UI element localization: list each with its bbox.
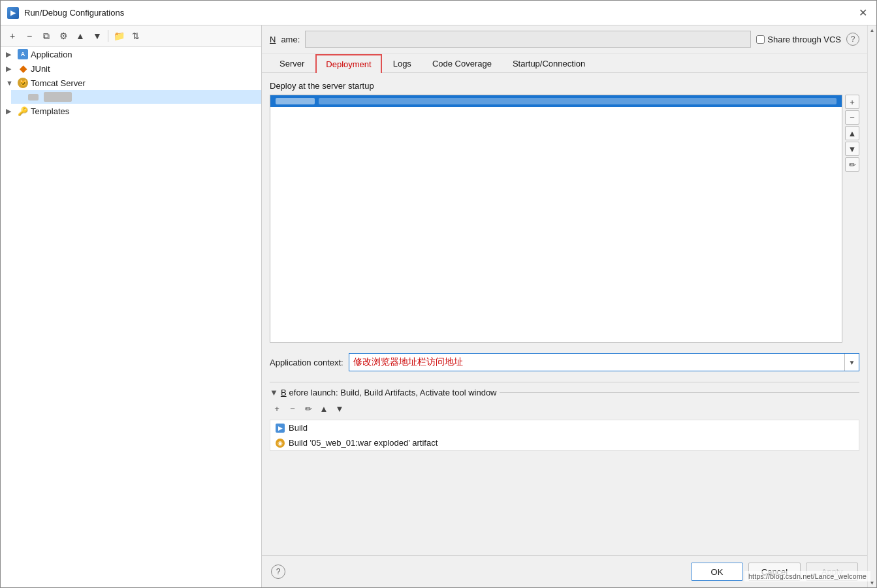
dropdown-arrow-icon[interactable]: ▼: [844, 354, 859, 371]
before-launch-artifact-item[interactable]: ◉ Build '05_web_01:war exploded' artifac…: [270, 435, 859, 450]
before-launch-edit-button[interactable]: ✏: [301, 401, 315, 416]
scroll-up-button[interactable]: ▲: [868, 25, 877, 35]
bottom-bar-left: ?: [271, 565, 686, 579]
deploy-section-label: Deploy at the server startup: [270, 81, 859, 91]
before-launch-up-button[interactable]: ▲: [317, 401, 331, 416]
junit-icon: ◆: [18, 63, 28, 74]
before-launch-title-underline: B: [281, 388, 287, 397]
tab-deployment[interactable]: Deployment: [315, 54, 381, 73]
chevron-right-icon2: ▶: [6, 65, 15, 73]
sidebar-item-templates[interactable]: ▶ 🔑 Templates: [1, 104, 261, 118]
sidebar: + − ⧉ ⚙ ▲ ▼ 📁 ⇅ ▶ A Application ▶ ◆: [1, 25, 262, 587]
deploy-down-button[interactable]: ▼: [845, 142, 859, 156]
help-button[interactable]: ?: [846, 33, 859, 46]
tab-content-deployment: Deploy at the server startup + −: [262, 73, 867, 555]
templates-label: Templates: [31, 106, 69, 116]
title-bar: ▶ Run/Debug Configurations ✕: [1, 1, 876, 25]
name-label: N: [270, 35, 276, 44]
before-launch-divider: [500, 392, 860, 393]
before-launch-build-item[interactable]: ▶ Build: [270, 420, 859, 435]
build-icon: ▶: [276, 424, 285, 433]
share-vcs-label: Share through VCS: [767, 35, 841, 44]
application-icon: A: [18, 49, 28, 59]
deploy-up-button[interactable]: ▲: [845, 126, 859, 140]
dialog-title: Run/Debug Configurations: [24, 8, 124, 18]
artifact-label: Build '05_web_01:war exploded' artifact: [289, 438, 438, 448]
app-context-row: Application context: ▼: [270, 349, 859, 375]
name-row: Name: Share through VCS ?: [262, 25, 867, 54]
before-launch-down-button[interactable]: ▼: [332, 401, 347, 416]
before-launch-toolbar: + − ✏ ▲ ▼: [270, 401, 859, 416]
deploy-item-blurred-right: [319, 98, 837, 104]
tab-code-coverage[interactable]: Code Coverage: [423, 54, 502, 73]
templates-icon: 🔑: [18, 106, 28, 116]
chevron-right-icon: ▶: [6, 50, 15, 59]
before-launch-title: efore launch: Build, Build Artifacts, Ac…: [289, 388, 497, 397]
tab-startup-connection[interactable]: Startup/Connection: [503, 54, 595, 73]
down-config-button[interactable]: ▼: [89, 28, 105, 44]
scroll-track: [868, 35, 876, 578]
bottom-help-button[interactable]: ?: [271, 565, 285, 579]
chevron-right-icon3: ▶: [6, 107, 15, 116]
dialog-icon: ▶: [7, 7, 19, 19]
remove-config-button[interactable]: −: [22, 28, 37, 44]
deploy-area: + − ▲ ▼ ✏: [270, 95, 859, 343]
run-debug-dialog: ▶ Run/Debug Configurations ✕ + − ⧉ ⚙ ▲ ▼…: [0, 0, 877, 588]
tab-logs[interactable]: Logs: [383, 54, 421, 73]
name-input[interactable]: [305, 31, 751, 48]
build-label: Build: [289, 423, 308, 433]
tomcat-server-label: Tomcat Server: [31, 78, 86, 88]
sidebar-item-tomcat-child[interactable]: [11, 90, 261, 104]
main-content: + − ⧉ ⚙ ▲ ▼ 📁 ⇅ ▶ A Application ▶ ◆: [1, 25, 876, 587]
watermark: https://blog.csdn.net/Lance_welcome: [744, 571, 870, 581]
tab-server[interactable]: Server: [270, 54, 314, 73]
before-launch-collapse-icon[interactable]: ▼: [270, 388, 278, 397]
close-button[interactable]: ✕: [855, 6, 870, 20]
deploy-section: Deploy at the server startup + −: [270, 81, 859, 343]
toolbar-sep: [108, 30, 108, 42]
deploy-list-toolbar: + − ▲ ▼ ✏: [845, 95, 859, 343]
deploy-list-item[interactable]: [270, 95, 842, 107]
right-scrollbar: ▲ ▼: [867, 25, 876, 587]
copy-config-button[interactable]: ⧉: [39, 28, 54, 44]
ok-button[interactable]: OK: [691, 563, 743, 581]
tomcat-child-label: [44, 92, 72, 102]
tabs-bar: Server Deployment Logs Code Coverage Sta…: [262, 54, 867, 73]
title-bar-left: ▶ Run/Debug Configurations: [7, 7, 124, 19]
settings-config-button[interactable]: ⚙: [56, 28, 71, 44]
folder-config-button[interactable]: 📁: [111, 28, 127, 44]
tomcat-child-icon: [28, 94, 39, 101]
before-launch-section: ▼ Before launch: Build, Build Artifacts,…: [270, 382, 859, 451]
sidebar-item-tomcat[interactable]: ▼ 🐱 Tomcat Server: [1, 76, 261, 90]
tomcat-icon: 🐱: [18, 78, 28, 88]
sidebar-item-application[interactable]: ▶ A Application: [1, 47, 261, 61]
junit-label: JUnit: [31, 64, 50, 74]
application-label: Application: [31, 50, 72, 59]
sidebar-toolbar: + − ⧉ ⚙ ▲ ▼ 📁 ⇅: [1, 25, 261, 47]
deploy-list: [270, 95, 842, 343]
right-panel: Name: Share through VCS ? Server Deploym…: [262, 25, 867, 587]
artifact-icon: ◉: [276, 439, 285, 448]
sort-config-button[interactable]: ⇅: [128, 28, 144, 44]
before-launch-list: ▶ Build ◉ Build '05_web_01:war exploded'…: [270, 420, 859, 451]
deploy-edit-button[interactable]: ✏: [845, 157, 859, 172]
deploy-remove-button[interactable]: −: [845, 110, 859, 125]
app-context-input[interactable]: [349, 356, 844, 369]
share-vcs-checkbox[interactable]: [756, 35, 765, 44]
before-launch-add-button[interactable]: +: [270, 401, 284, 416]
up-config-button[interactable]: ▲: [72, 28, 88, 44]
before-launch-header: ▼ Before launch: Build, Build Artifacts,…: [270, 388, 859, 397]
add-config-button[interactable]: +: [5, 28, 20, 44]
deploy-item-blurred-left: [276, 98, 315, 104]
deploy-add-button[interactable]: +: [845, 95, 859, 109]
share-vcs-container: Share through VCS: [756, 35, 841, 44]
before-launch-remove-button[interactable]: −: [285, 401, 300, 416]
chevron-down-icon: ▼: [6, 79, 15, 87]
app-context-label: Application context:: [270, 358, 343, 367]
app-context-dropdown[interactable]: ▼: [349, 353, 859, 371]
name-label2: ame:: [281, 35, 300, 44]
sidebar-item-junit[interactable]: ▶ ◆ JUnit: [1, 61, 261, 76]
